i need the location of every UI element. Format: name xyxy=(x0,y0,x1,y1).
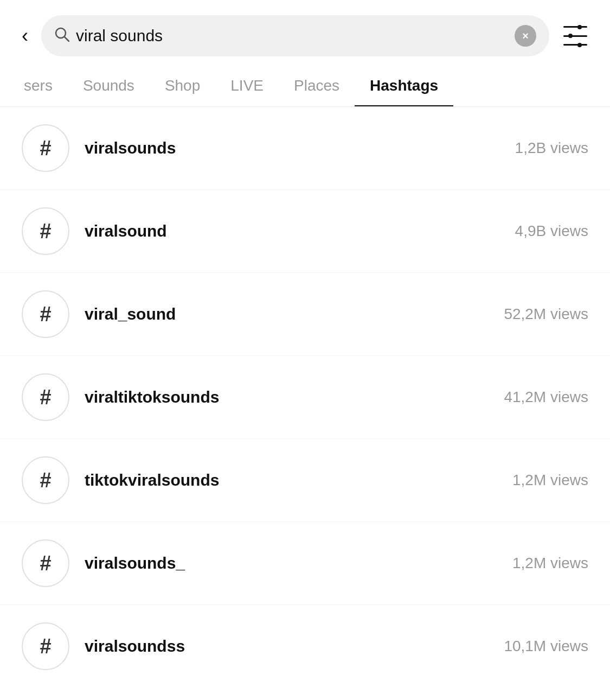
hashtag-symbol-0: # xyxy=(40,138,51,158)
hashtag-avatar-6: # xyxy=(22,622,69,670)
tab-sounds[interactable]: Sounds xyxy=(68,67,150,107)
list-item[interactable]: # viraltiktoksounds 41,2M views xyxy=(0,356,610,439)
hashtag-symbol-4: # xyxy=(40,470,51,491)
hashtag-tag-0: viralsounds xyxy=(85,139,176,157)
filter-button[interactable] xyxy=(558,18,593,53)
hashtag-tag-2: viral_sound xyxy=(85,305,176,323)
svg-line-1 xyxy=(65,37,69,41)
list-item[interactable]: # viralsounds_ 1,2M views xyxy=(0,522,610,605)
hashtag-avatar-1: # xyxy=(22,207,69,255)
hashtag-views-1: 4,9B views xyxy=(515,222,588,240)
tab-live[interactable]: LIVE xyxy=(215,67,279,107)
hashtag-views-0: 1,2B views xyxy=(515,139,588,157)
list-item[interactable]: # viralsound 4,9B views xyxy=(0,190,610,273)
hashtag-views-3: 41,2M views xyxy=(504,389,588,406)
hashtag-tag-1: viralsound xyxy=(85,222,167,240)
search-icon xyxy=(54,27,69,46)
hashtag-tag-6: viralsoundss xyxy=(85,637,185,656)
tab-users[interactable]: sers xyxy=(9,67,68,107)
tab-places[interactable]: Places xyxy=(279,67,355,107)
hashtag-avatar-4: # xyxy=(22,456,69,504)
list-item[interactable]: # tiktokviralsounds 1,2M views xyxy=(0,439,610,522)
list-item[interactable]: # viralsounds 1,2B views xyxy=(0,107,610,190)
header: ‹ viral sounds × xyxy=(0,0,610,67)
results-list: # viralsounds 1,2B views # viralsound 4,… xyxy=(0,107,610,688)
hashtag-avatar-0: # xyxy=(22,124,69,172)
hashtag-views-4: 1,2M views xyxy=(512,472,588,489)
hashtag-avatar-5: # xyxy=(22,539,69,587)
filter-icon xyxy=(563,26,587,46)
hashtag-tag-5: viralsounds_ xyxy=(85,554,185,572)
clear-icon: × xyxy=(522,30,529,41)
clear-button[interactable]: × xyxy=(515,25,536,47)
hashtag-tag-4: tiktokviralsounds xyxy=(85,471,219,489)
search-input[interactable]: viral sounds xyxy=(76,27,508,45)
list-item[interactable]: # viral_sound 52,2M views xyxy=(0,273,610,356)
hashtag-avatar-3: # xyxy=(22,373,69,421)
search-bar[interactable]: viral sounds × xyxy=(41,15,549,56)
hashtag-symbol-5: # xyxy=(40,553,51,574)
tabs-bar: sers Sounds Shop LIVE Places Hashtags xyxy=(0,67,610,107)
hashtag-avatar-2: # xyxy=(22,290,69,338)
hashtag-symbol-6: # xyxy=(40,636,51,657)
hashtag-tag-3: viraltiktoksounds xyxy=(85,388,219,406)
hashtag-views-6: 10,1M views xyxy=(504,638,588,655)
back-button[interactable]: ‹ xyxy=(17,24,33,48)
hashtag-symbol-3: # xyxy=(40,387,51,408)
hashtag-symbol-2: # xyxy=(40,304,51,324)
tab-shop[interactable]: Shop xyxy=(150,67,215,107)
tab-hashtags[interactable]: Hashtags xyxy=(355,67,453,107)
list-item[interactable]: # viralsoundss 10,1M views xyxy=(0,605,610,688)
hashtag-views-2: 52,2M views xyxy=(504,306,588,323)
hashtag-symbol-1: # xyxy=(40,221,51,241)
hashtag-views-5: 1,2M views xyxy=(512,555,588,572)
